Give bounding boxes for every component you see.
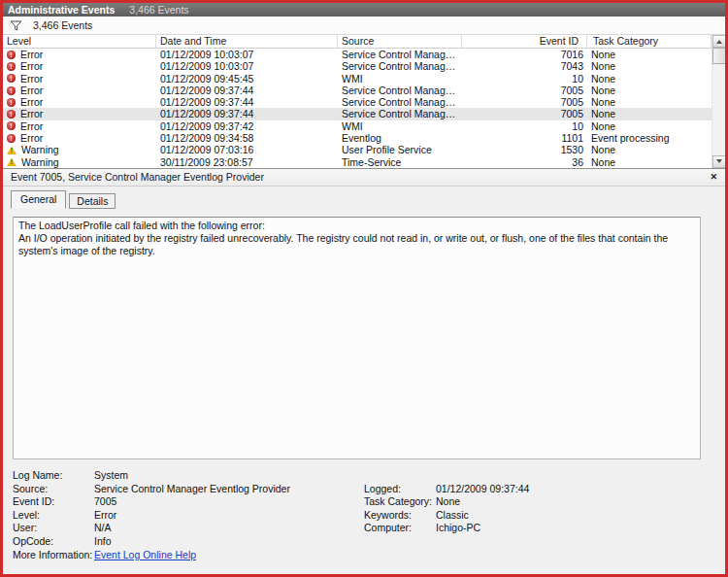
event-row[interactable]: Error 01/12/2009 10:03:07 Service Contro… bbox=[3, 49, 711, 60]
event-datetime: 01/12/2009 09:37:42 bbox=[156, 120, 338, 132]
level-label: Warning bbox=[21, 156, 59, 168]
event-id: 10 bbox=[462, 120, 587, 132]
field-label-task-category: Task Category: bbox=[364, 495, 436, 509]
close-icon[interactable]: ✕ bbox=[710, 173, 717, 182]
event-datetime: 30/11/2009 23:08:57 bbox=[156, 156, 338, 168]
event-datetime: 01/12/2009 07:03:16 bbox=[156, 144, 338, 155]
event-row[interactable]: Error 01/12/2009 09:34:58 Eventlog 1101 … bbox=[3, 132, 711, 144]
level-label: Warning bbox=[21, 144, 59, 155]
filter-summary-bar: 3,466 Events bbox=[3, 17, 725, 35]
event-row[interactable]: Warning 30/11/2009 23:08:57 Time-Service… bbox=[3, 156, 711, 168]
event-row[interactable]: Error 01/12/2009 09:45:45 WMI 10 None bbox=[3, 73, 711, 85]
event-datetime: 01/12/2009 09:45:45 bbox=[156, 73, 338, 85]
field-value-user: N/A bbox=[94, 522, 356, 535]
level-label: Error bbox=[20, 73, 43, 85]
event-id: 7005 bbox=[462, 108, 587, 119]
event-source: Service Control Manager Eventlog... bbox=[338, 60, 462, 72]
event-detail-pane: Event 7005, Service Control Manager Even… bbox=[3, 168, 725, 574]
field-value-event-id: 7005 bbox=[94, 495, 356, 509]
level-label: Error bbox=[20, 49, 43, 60]
event-task-category: None bbox=[587, 85, 711, 96]
event-id: 7016 bbox=[462, 49, 587, 60]
tab-general[interactable]: General bbox=[11, 190, 66, 209]
error-icon bbox=[7, 110, 16, 119]
event-description-line2: An I/O operation initiated by the regist… bbox=[18, 232, 695, 257]
arrow-up-icon bbox=[716, 40, 722, 44]
event-row[interactable]: Error 01/12/2009 09:37:44 Service Contro… bbox=[3, 96, 711, 108]
event-task-category: None bbox=[587, 96, 711, 108]
detail-pane-title: Event 7005, Service Control Manager Even… bbox=[11, 171, 264, 183]
column-header-task-category[interactable]: Task Category bbox=[587, 35, 711, 48]
error-icon bbox=[7, 134, 16, 143]
field-value-log-name: System bbox=[94, 469, 356, 483]
pane-title-event-count: 3,466 Events bbox=[129, 3, 188, 17]
error-icon bbox=[7, 74, 16, 83]
field-label-level: Level: bbox=[13, 509, 94, 523]
column-header-row: Level Date and Time Source Event ID Task… bbox=[3, 35, 711, 49]
event-properties-right: Logged: 01/12/2009 09:37:44 Task Categor… bbox=[364, 483, 630, 535]
pane-title-bar: Administrative Events 3,466 Events bbox=[3, 3, 725, 17]
event-id: 1101 bbox=[462, 132, 587, 144]
detail-pane-header: Event 7005, Service Control Manager Even… bbox=[3, 169, 725, 187]
event-datetime: 01/12/2009 09:37:44 bbox=[156, 96, 338, 108]
event-task-category: None bbox=[587, 60, 711, 72]
event-row[interactable]: Error 01/12/2009 10:03:07 Service Contro… bbox=[3, 60, 711, 72]
event-source: Service Control Manager Eventlog... bbox=[338, 96, 462, 108]
vertical-scrollbar[interactable] bbox=[711, 35, 725, 168]
warning-icon bbox=[7, 146, 17, 154]
event-task-category: None bbox=[587, 144, 711, 155]
event-source: WMI bbox=[338, 73, 462, 85]
event-row[interactable]: Warning 01/12/2009 07:03:16 User Profile… bbox=[3, 144, 711, 155]
warning-icon bbox=[7, 157, 17, 166]
event-task-category: None bbox=[587, 73, 711, 85]
event-id: 1530 bbox=[462, 144, 587, 155]
field-value-opcode: Info bbox=[94, 535, 356, 549]
field-label-event-id: Event ID: bbox=[13, 495, 94, 509]
event-datetime: 01/12/2009 10:03:07 bbox=[156, 49, 338, 60]
event-log-online-help-link[interactable]: Event Log Online Help bbox=[94, 549, 196, 560]
field-value-logged: 01/12/2009 09:37:44 bbox=[436, 483, 630, 496]
column-header-source[interactable]: Source bbox=[338, 35, 462, 48]
detail-tabs: General Details bbox=[3, 189, 725, 209]
error-icon bbox=[7, 121, 16, 130]
column-header-level[interactable]: Level bbox=[3, 35, 156, 48]
scrollbar-up-button[interactable] bbox=[712, 35, 726, 48]
level-label: Error bbox=[20, 60, 43, 72]
field-label-more-information: More Information: bbox=[13, 549, 94, 562]
event-datetime: 01/12/2009 09:37:44 bbox=[156, 108, 338, 119]
event-list: Level Date and Time Source Event ID Task… bbox=[3, 35, 725, 168]
field-value-computer: Ichigo-PC bbox=[436, 522, 630, 535]
event-datetime: 01/12/2009 09:37:44 bbox=[156, 85, 338, 96]
event-row[interactable]: Error 01/12/2009 09:37:42 WMI 10 None bbox=[3, 120, 711, 132]
field-label-logged: Logged: bbox=[364, 483, 436, 496]
tab-details[interactable]: Details bbox=[69, 193, 116, 209]
filter-funnel-icon bbox=[10, 20, 22, 31]
field-label-log-name: Log Name: bbox=[13, 469, 94, 483]
event-task-category: None bbox=[587, 49, 711, 60]
error-icon bbox=[7, 51, 16, 59]
error-icon bbox=[7, 86, 16, 95]
column-header-date-and-time[interactable]: Date and Time bbox=[156, 35, 338, 48]
event-task-category: None bbox=[587, 156, 711, 168]
scrollbar-down-button[interactable] bbox=[712, 155, 726, 168]
event-source: Service Control Manager Eventlog... bbox=[338, 85, 462, 96]
event-properties: Log Name: System Source: Service Control… bbox=[13, 469, 725, 561]
event-id: 36 bbox=[462, 156, 587, 168]
event-viewer-window: Administrative Events 3,466 Events 3,466… bbox=[0, 0, 728, 577]
event-row[interactable]: Error 01/12/2009 09:37:44 Service Contro… bbox=[3, 85, 711, 96]
column-header-event-id[interactable]: Event ID bbox=[462, 35, 587, 48]
field-label-source: Source: bbox=[13, 483, 94, 496]
event-source: User Profile Service bbox=[338, 144, 462, 155]
event-datetime: 01/12/2009 10:03:07 bbox=[156, 60, 338, 72]
event-source: Eventlog bbox=[338, 132, 462, 144]
error-icon bbox=[7, 62, 16, 71]
event-description-line1: The LoadUserProfile call failed with the… bbox=[18, 220, 695, 232]
event-datetime: 01/12/2009 09:34:58 bbox=[156, 132, 338, 144]
level-label: Error bbox=[20, 120, 43, 132]
pane-title: Administrative Events bbox=[8, 3, 115, 17]
event-id: 7005 bbox=[462, 96, 587, 108]
event-row-selected[interactable]: Error 01/12/2009 09:37:44 Service Contro… bbox=[3, 108, 711, 119]
event-source: WMI bbox=[338, 120, 462, 132]
field-value-source: Service Control Manager Eventlog Provide… bbox=[94, 483, 356, 496]
scrollbar-thumb[interactable] bbox=[712, 48, 726, 64]
